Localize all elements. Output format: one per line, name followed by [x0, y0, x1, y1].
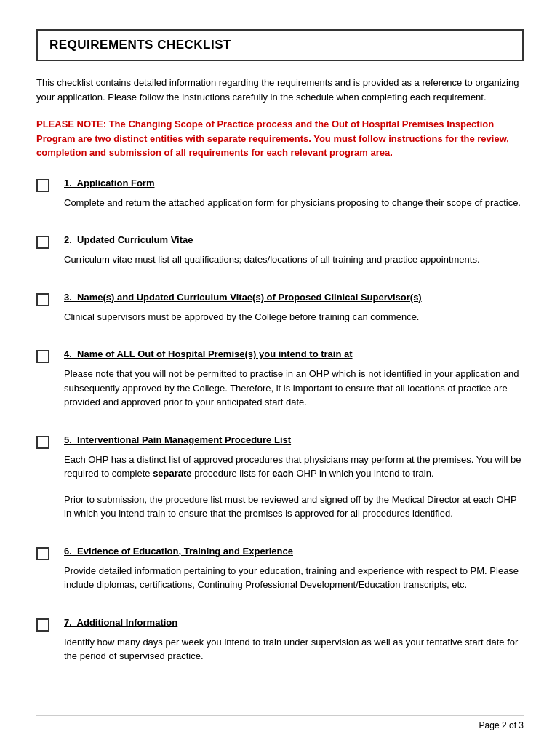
item-body-4: Please note that you will not be permitt…	[64, 367, 524, 410]
item-content-4: 4. Name of ALL Out of Hospital Premise(s…	[64, 348, 524, 421]
item-content-5: 5. Interventional Pain Management Proced…	[64, 434, 524, 533]
checklist-section-5: 5. Interventional Pain Management Proced…	[36, 434, 524, 533]
checkbox-7[interactable]	[36, 618, 49, 632]
item-body-1: Complete and return the attached applica…	[64, 196, 524, 210]
page-total: 3	[519, 720, 524, 730]
item-content-1: 1. Application Form Complete and return …	[64, 178, 524, 222]
item-title-1: 1. Application Form	[64, 178, 524, 188]
item-content-3: 3. Name(s) and Updated Curriculum Vitae(…	[64, 292, 524, 336]
checkbox-4[interactable]	[36, 350, 49, 363]
checklist-section-7: 7. Additional Information Identify how m…	[36, 617, 524, 675]
checklist-item-1: 1. Application Form Complete and return …	[36, 178, 524, 222]
checklist-section-1: 1. Application Form Complete and return …	[36, 178, 524, 222]
checkbox-5[interactable]	[36, 436, 49, 449]
underline-not: not	[169, 368, 182, 379]
header-box: REQUIREMENTS CHECKLIST	[36, 29, 524, 61]
item-content-2: 2. Updated Curriculum Vitae Curriculum v…	[64, 234, 524, 279]
item-content-6: 6. Evidence of Education, Training and E…	[64, 546, 524, 604]
page-title: REQUIREMENTS CHECKLIST	[49, 38, 231, 52]
item-title-7: 7. Additional Information	[64, 617, 524, 628]
item-body-5b: Prior to submission, the procedure list …	[64, 493, 524, 521]
checkbox-6[interactable]	[36, 547, 49, 560]
item-body-6: Provide detailed information pertaining …	[64, 564, 524, 592]
checklist-item-3: 3. Name(s) and Updated Curriculum Vitae(…	[36, 292, 524, 336]
bold-each: each	[272, 468, 294, 479]
checkbox-1[interactable]	[36, 179, 49, 192]
page: REQUIREMENTS CHECKLIST This checklist co…	[0, 0, 560, 745]
page-number-label: Page 2 of 3	[479, 720, 524, 730]
checkbox-2[interactable]	[36, 236, 49, 249]
item-body-5a: Each OHP has a distinct list of approved…	[64, 453, 524, 481]
checklist-item-2: 2. Updated Curriculum Vitae Curriculum v…	[36, 234, 524, 279]
notice-paragraph: PLEASE NOTE: The Changing Scope of Pract…	[36, 117, 524, 160]
checklist-item-7: 7. Additional Information Identify how m…	[36, 617, 524, 675]
item-title-5: 5. Interventional Pain Management Proced…	[64, 434, 524, 445]
intro-paragraph: This checklist contains detailed informa…	[36, 76, 524, 104]
checklist-item-6: 6. Evidence of Education, Training and E…	[36, 546, 524, 604]
checklist-section-4: 4. Name of ALL Out of Hospital Premise(s…	[36, 348, 524, 421]
item-title-4: 4. Name of ALL Out of Hospital Premise(s…	[64, 348, 524, 359]
item-body-2: Curriculum vitae must list all qualifica…	[64, 252, 524, 267]
item-title-6: 6. Evidence of Education, Training and E…	[64, 546, 524, 557]
item-content-7: 7. Additional Information Identify how m…	[64, 617, 524, 675]
item-body-7: Identify how many days per week you inte…	[64, 635, 524, 664]
checklist-section-6: 6. Evidence of Education, Training and E…	[36, 546, 524, 604]
checklist-section-3: 3. Name(s) and Updated Curriculum Vitae(…	[36, 292, 524, 336]
item-title-2: 2. Updated Curriculum Vitae	[64, 234, 524, 245]
checkbox-3[interactable]	[36, 293, 49, 306]
page-current: 2	[502, 720, 507, 730]
bold-separate: separate	[153, 468, 191, 479]
checklist-item-5: 5. Interventional Pain Management Proced…	[36, 434, 524, 533]
item-title-3: 3. Name(s) and Updated Curriculum Vitae(…	[64, 292, 524, 303]
checklist-item-4: 4. Name of ALL Out of Hospital Premise(s…	[36, 348, 524, 421]
item-body-3: Clinical supervisors must be approved by…	[64, 310, 524, 324]
page-footer: Page 2 of 3	[36, 715, 524, 730]
checklist-section-2: 2. Updated Curriculum Vitae Curriculum v…	[36, 234, 524, 279]
